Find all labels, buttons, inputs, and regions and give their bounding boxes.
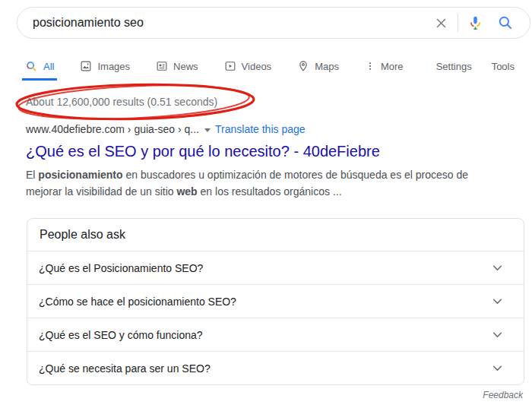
news-icon xyxy=(156,60,168,72)
tab-all-label: All xyxy=(43,61,54,72)
chevron-down-icon xyxy=(489,327,505,343)
tab-images[interactable]: Images xyxy=(72,58,138,74)
search-bar xyxy=(17,7,530,39)
snippet-line-1: El posicionamiento en buscadores u optim… xyxy=(26,166,499,183)
chevron-down-icon xyxy=(489,360,505,376)
search-bar-divider xyxy=(458,14,458,32)
maps-pin-icon xyxy=(297,60,309,72)
tools-button[interactable]: Tools xyxy=(492,61,515,72)
paa-question-row[interactable]: ¿Qué es el Posicionamiento SEO? xyxy=(27,251,524,284)
settings-button[interactable]: Settings xyxy=(436,61,472,72)
breadcrumb-line: www.40defiebre.com › guia-seo › q... Tra… xyxy=(26,122,499,136)
result-title-link[interactable]: ¿Qué es el SEO y por qué lo necesito? - … xyxy=(26,141,499,161)
paa-question-row[interactable]: ¿Cómo se hace el posicionamiento SEO? xyxy=(27,284,524,318)
people-also-ask-title: People also ask xyxy=(27,219,524,251)
paa-question-text: ¿Qué es el Posicionamiento SEO? xyxy=(39,262,203,274)
result-snippet: El posicionamiento en buscadores u optim… xyxy=(26,166,499,200)
more-vertical-dots-icon xyxy=(365,61,375,71)
chevron-down-icon xyxy=(489,293,505,309)
paa-question-text: ¿Qué se necesita para ser un SEO? xyxy=(39,362,211,375)
search-tabs-row: All Images xyxy=(17,58,515,74)
search-icon xyxy=(497,14,514,31)
tab-all[interactable]: All xyxy=(17,58,62,74)
tab-maps[interactable]: Maps xyxy=(290,58,347,74)
microphone-icon xyxy=(467,15,483,31)
result-options-chevron-down-icon[interactable] xyxy=(204,128,211,132)
images-icon xyxy=(80,60,92,72)
chevron-down-icon xyxy=(489,260,505,276)
search-options: Settings Tools xyxy=(436,61,515,72)
voice-search-button[interactable] xyxy=(460,8,490,38)
search-tabs: All Images xyxy=(17,58,411,74)
paa-question-text: ¿Cómo se hace el posicionamiento SEO? xyxy=(39,296,236,308)
result-stats: About 12,600,000 results (0.51 seconds) xyxy=(26,96,217,108)
paa-question-row[interactable]: ¿Qué es el SEO y cómo funciona? xyxy=(27,318,524,351)
paa-question-row[interactable]: ¿Qué se necesita para ser un SEO? xyxy=(27,351,524,384)
active-tab-underline xyxy=(22,78,57,81)
feedback-link[interactable]: Feedback xyxy=(483,390,523,400)
search-submit-button[interactable] xyxy=(490,8,521,38)
tab-videos-label: Videos xyxy=(242,61,272,72)
videos-icon xyxy=(224,60,236,72)
tab-news[interactable]: News xyxy=(148,58,206,74)
tab-videos[interactable]: Videos xyxy=(217,58,280,74)
close-icon xyxy=(433,15,449,31)
paa-question-text: ¿Qué es el SEO y cómo funciona? xyxy=(39,329,203,341)
tab-maps-label: Maps xyxy=(315,61,339,72)
search-bar-controls xyxy=(426,8,521,38)
organic-result: www.40defiebre.com › guia-seo › q... Tra… xyxy=(26,122,499,200)
tab-news-label: News xyxy=(173,61,198,72)
snippet-line-2: mejorar la visibilidad de un sitio web e… xyxy=(26,183,499,200)
tab-images-label: Images xyxy=(97,61,130,72)
breadcrumb[interactable]: www.40defiebre.com › guia-seo › q... xyxy=(26,123,199,135)
google-search-results-page: All Images xyxy=(0,0,532,408)
clear-search-button[interactable] xyxy=(426,8,456,38)
search-input[interactable] xyxy=(33,16,426,30)
translate-page-link[interactable]: Translate this page xyxy=(215,123,306,135)
search-colored-icon xyxy=(25,60,38,73)
tab-more[interactable]: More xyxy=(357,58,411,74)
tab-more-label: More xyxy=(381,61,404,72)
people-also-ask-box: People also ask ¿Qué es el Posicionamien… xyxy=(27,218,524,385)
